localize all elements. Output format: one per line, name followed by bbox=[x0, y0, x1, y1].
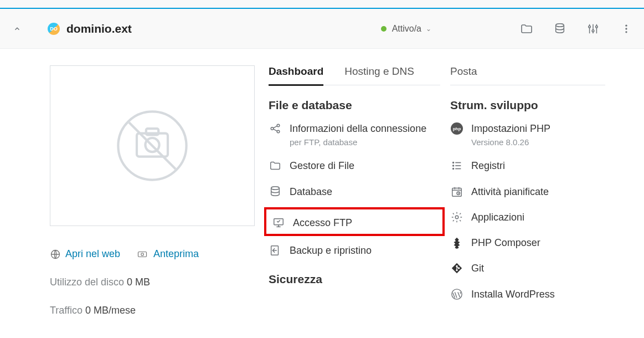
item-label: Backup e ripristino bbox=[290, 244, 440, 257]
svg-point-4 bbox=[592, 29, 594, 32]
right-column: Posta Strum. sviluppo php Impostazioni P… bbox=[450, 65, 605, 316]
status-dropdown[interactable]: Attivo/a ⌄ bbox=[381, 24, 431, 34]
no-image-icon bbox=[114, 107, 191, 185]
site-screenshot-placeholder bbox=[50, 65, 255, 226]
monitor-icon bbox=[272, 217, 285, 229]
item-file-manager[interactable]: Gestore di File bbox=[269, 159, 440, 172]
item-scheduled-tasks[interactable]: Attività pianificate bbox=[450, 185, 605, 198]
item-connection-info[interactable]: Informazioni della connessione per FTP, … bbox=[269, 122, 440, 147]
calendar-icon bbox=[451, 186, 463, 198]
database-icon bbox=[269, 186, 281, 198]
svg-rect-16 bbox=[138, 252, 147, 257]
list-icon bbox=[451, 160, 463, 172]
svg-line-43 bbox=[458, 193, 459, 193]
item-label: Installa WordPress bbox=[471, 288, 605, 301]
open-in-web-label: Apri nel web bbox=[65, 248, 120, 260]
settings-button[interactable] bbox=[586, 22, 600, 35]
svg-point-9 bbox=[625, 31, 627, 33]
highlight-ftp-access: Accesso FTP bbox=[264, 207, 445, 236]
item-label: Informazioni della connessione bbox=[290, 122, 440, 135]
tabs-right: Posta bbox=[450, 65, 605, 85]
tab-mail[interactable]: Posta bbox=[450, 65, 477, 86]
svg-point-19 bbox=[277, 124, 280, 127]
traffic-usage: Traffico 0 MB/mese bbox=[50, 305, 269, 316]
svg-point-18 bbox=[271, 127, 274, 130]
folder-icon bbox=[520, 22, 533, 35]
section-security: Sicurezza bbox=[269, 273, 440, 286]
preview-label: Anteprima bbox=[153, 248, 199, 260]
svg-point-0 bbox=[556, 23, 564, 27]
svg-point-31 bbox=[453, 162, 454, 163]
tabs: Dashboard Hosting e DNS bbox=[269, 65, 440, 85]
item-label: Accesso FTP bbox=[293, 216, 437, 229]
tab-hosting-dns[interactable]: Hosting e DNS bbox=[344, 65, 414, 86]
gear-icon bbox=[451, 211, 463, 223]
open-in-web-link[interactable]: Apri nel web bbox=[50, 248, 120, 260]
panel-header: DO dominio.ext Attivo/a ⌄ bbox=[0, 9, 644, 49]
domain-avatar-icon: DO bbox=[48, 23, 60, 35]
database-icon bbox=[554, 23, 566, 35]
svg-line-21 bbox=[274, 126, 277, 128]
svg-point-8 bbox=[625, 28, 627, 29]
item-logs[interactable]: Registri bbox=[450, 159, 605, 172]
section-files-db: File e database bbox=[269, 99, 440, 112]
more-button[interactable] bbox=[620, 22, 633, 35]
php-icon: php bbox=[450, 122, 463, 135]
composer-icon bbox=[451, 237, 463, 249]
svg-point-20 bbox=[277, 130, 280, 133]
svg-rect-13 bbox=[146, 129, 158, 135]
wordpress-icon bbox=[451, 288, 463, 300]
globe-icon bbox=[50, 249, 61, 260]
svg-point-23 bbox=[271, 186, 280, 190]
item-label: Registri bbox=[471, 159, 605, 172]
chevron-up-icon bbox=[13, 25, 21, 33]
svg-text:php: php bbox=[453, 126, 461, 131]
chevron-down-icon: ⌄ bbox=[426, 25, 431, 33]
preview-link[interactable]: Anteprima bbox=[136, 248, 199, 260]
domain-title: dominio.ext bbox=[66, 22, 132, 35]
item-applications[interactable]: Applicazioni bbox=[450, 211, 605, 224]
svg-point-2 bbox=[589, 25, 591, 28]
backup-icon bbox=[269, 244, 281, 257]
middle-column: Dashboard Hosting e DNS File e database … bbox=[269, 65, 440, 316]
item-label: Gestore di File bbox=[290, 159, 440, 172]
item-php-settings[interactable]: php Impostazioni PHP Versione 8.0.26 bbox=[450, 122, 605, 147]
dots-vertical-icon bbox=[621, 23, 632, 34]
item-label: PHP Composer bbox=[471, 236, 605, 249]
svg-point-44 bbox=[455, 216, 458, 219]
collapse-button[interactable] bbox=[10, 22, 24, 36]
item-label: Applicazioni bbox=[471, 211, 605, 224]
files-button[interactable] bbox=[520, 22, 533, 35]
preview-column: Apri nel web Anteprima Utilizzo del disc… bbox=[50, 65, 269, 316]
svg-point-6 bbox=[596, 25, 598, 28]
item-label: Database bbox=[290, 185, 440, 198]
status-dot-icon bbox=[381, 26, 387, 32]
section-dev-tools: Strum. sviluppo bbox=[450, 99, 605, 112]
tab-dashboard[interactable]: Dashboard bbox=[269, 65, 323, 86]
item-sublabel: Versione 8.0.26 bbox=[471, 137, 605, 147]
item-label: Attività pianificate bbox=[471, 185, 605, 198]
git-icon bbox=[451, 262, 463, 274]
sliders-icon bbox=[587, 23, 599, 35]
svg-point-7 bbox=[625, 24, 627, 26]
svg-point-35 bbox=[453, 168, 454, 170]
item-ftp-access[interactable]: Accesso FTP bbox=[272, 216, 437, 229]
item-label: Git bbox=[471, 262, 605, 275]
svg-point-17 bbox=[141, 253, 144, 255]
item-php-composer[interactable]: PHP Composer bbox=[450, 236, 605, 249]
database-button[interactable] bbox=[553, 22, 566, 35]
item-install-wordpress[interactable]: Installa WordPress bbox=[450, 288, 605, 301]
item-database[interactable]: Database bbox=[269, 185, 440, 198]
share-icon bbox=[269, 122, 281, 135]
item-backup[interactable]: Backup e ripristino bbox=[269, 244, 440, 257]
status-label: Attivo/a bbox=[392, 24, 421, 34]
svg-point-33 bbox=[453, 165, 454, 166]
eye-icon bbox=[136, 249, 149, 259]
item-label: Impostazioni PHP bbox=[471, 122, 605, 135]
item-sublabel: per FTP, database bbox=[290, 137, 440, 147]
disk-usage: Utilizzo del disco 0 MB bbox=[50, 276, 269, 288]
item-git[interactable]: Git bbox=[450, 262, 605, 275]
svg-line-22 bbox=[274, 129, 277, 131]
folder-icon bbox=[269, 160, 281, 172]
